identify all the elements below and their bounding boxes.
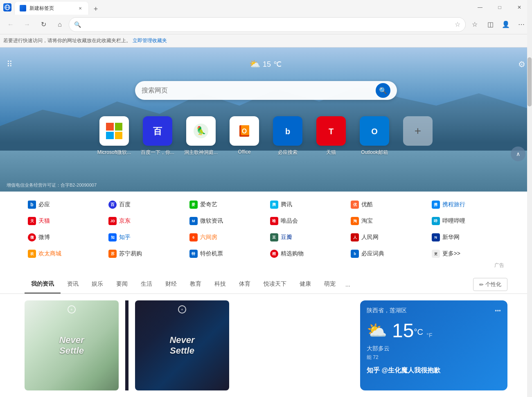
link-tencent[interactable]: 腾 腾讯 [267,198,346,211]
zhihu-text: 知乎 [119,234,131,241]
search-button[interactable]: 🔍 [376,83,390,98]
link-tmall[interactable]: 天 天猫 [25,214,104,228]
tmall-text: 天猫 [38,217,50,225]
qa-dongtian[interactable]: 🦜 洞主歌神洞庭... [183,116,219,156]
qa-microsoft[interactable]: Microsoft微软... [96,116,133,156]
search-box[interactable]: 🔍 [135,81,397,100]
window-controls: — □ ✕ [471,0,529,15]
tab-tech[interactable]: 科技 [208,275,232,293]
baidu-favicon: 百 [108,201,117,209]
zhihu-favicon: 知 [108,233,117,241]
tab-my-news[interactable]: 我的资讯 [25,275,61,293]
favorites-icon: ☆ [455,20,460,28]
link-weibo[interactable]: 微 微博 [25,231,104,244]
tab-reading[interactable]: 悦读天下 [257,275,293,293]
favorites-button[interactable]: ☆ [467,17,482,32]
youku-favicon: 优 [351,201,359,209]
weather-location: 陕西省，莲湖区 ••• [367,307,501,314]
collections-button[interactable]: ◫ [483,17,498,32]
tencent-favicon: 腾 [270,201,278,209]
news-more-button[interactable]: ... [342,276,354,293]
personalize-button[interactable]: ✏ 个性化 [473,278,507,291]
news-content: + NeverSettle + NeverSettle 陕西省，莲湖区 [0,294,532,397]
menu-button[interactable]: ⋯ [514,17,529,32]
bilibili-text: 哔哩哔哩 [442,217,465,225]
tab-close-button[interactable]: ✕ [77,5,83,11]
xinhua-favicon: N [432,233,440,241]
more-favicon: 更 [432,250,440,258]
douban-text: 豆瓣 [281,234,292,241]
qa-tmall[interactable]: T 天猫 [313,116,349,156]
profile-button[interactable]: 👤 [498,17,513,32]
qa-baidu[interactable]: 百 百度一下，你... [139,116,176,156]
close-button[interactable]: ✕ [510,0,529,15]
maximize-button[interactable]: □ [490,0,509,15]
svg-text:百: 百 [153,126,162,136]
liujianfang-favicon: 6 [189,233,198,241]
link-bing[interactable]: b 必应 [25,198,104,211]
new-tab-button[interactable]: + [90,3,101,15]
link-iqiyi[interactable]: 爱 爱奇艺 [186,198,265,211]
jd-text: 京东 [119,217,131,225]
news-card-left[interactable]: + NeverSettle [25,300,119,390]
qa-add-icon: + [403,116,433,146]
tab-life[interactable]: 生活 [134,275,159,293]
link-huantai[interactable]: 欢 欢太商城 [25,247,104,260]
link-jingxuan[interactable]: 精 精选购物 [267,247,346,260]
more-text: 更多>> [442,250,460,257]
link-youku[interactable]: 优 优酷 [347,198,426,211]
tab-entertainment[interactable]: 娱乐 [85,275,110,293]
link-baidu[interactable]: 百 百度 [105,198,184,211]
link-vip[interactable]: 唯 唯品会 [267,214,346,228]
link-msinfo[interactable]: M 微软资讯 [186,214,265,228]
qa-bing[interactable]: b 必应搜索 [269,116,306,156]
link-taobao[interactable]: 淘 淘宝 [347,214,426,228]
suning-text: 苏宁易购 [119,250,142,257]
news-card-right[interactable]: + NeverSettle [135,300,229,390]
links-grid: b 必应 百 百度 爱 爱奇艺 腾 腾讯 优 优酷 [25,198,507,260]
address-bar[interactable]: 🔍 ☆ [69,17,466,32]
tab-pets[interactable]: 萌宠 [318,275,342,293]
scrollbar-thumb[interactable] [527,57,532,106]
tejia-favicon: 特 [189,250,198,258]
tab-news[interactable]: 资讯 [61,275,85,293]
active-tab[interactable]: 新建标签页 ✕ [15,2,88,15]
tab-sports[interactable]: 体育 [232,275,257,293]
tab-health[interactable]: 健康 [293,275,318,293]
manage-favorites-link[interactable]: 立即管理收藏夹 [133,37,167,44]
link-liujianfang[interactable]: 6 六间房 [186,231,265,244]
search-input[interactable] [142,87,372,94]
qa-office[interactable]: O Office [226,116,263,155]
tab-education[interactable]: 教育 [183,275,208,293]
weather-more-icon[interactable]: ••• [495,307,501,314]
link-douban[interactable]: 豆 豆瓣 [267,231,346,244]
home-button[interactable]: ⌂ [52,17,67,32]
address-input[interactable] [84,21,451,28]
link-ctrip[interactable]: 携 携程旅行 [428,198,507,211]
link-bilibili[interactable]: 哔 哔哩哔哩 [428,214,507,228]
link-more[interactable]: 更 更多>> [428,247,507,260]
link-tejia[interactable]: 特 特价机票 [186,247,265,260]
back-button[interactable]: ← [3,17,18,32]
nav-right-buttons: ☆ ◫ 👤 ⋯ [467,17,529,32]
temp-value: 15 [392,320,414,341]
ms-grid-icon [106,123,122,139]
apps-grid-button[interactable]: ⠿ [7,59,13,69]
qa-outlook[interactable]: O Outlook邮箱 [356,116,393,156]
link-renmin[interactable]: 人 人民网 [347,231,426,244]
minimize-button[interactable]: — [471,0,489,15]
tab-finance[interactable]: 财经 [159,275,183,293]
settings-button[interactable]: ⚙ [518,59,525,69]
tab-area: 新建标签页 ✕ + [11,0,471,15]
link-bingdict[interactable]: b 必应词典 [347,247,426,260]
tab-favicon [20,5,26,11]
link-suning[interactable]: 苏 苏宁易购 [105,247,184,260]
forward-button[interactable]: → [20,17,34,32]
vip-favicon: 唯 [270,217,278,225]
link-xinhua[interactable]: N 新华网 [428,231,507,244]
qa-add[interactable]: + [399,116,436,149]
link-zhihu[interactable]: 知 知乎 [105,231,184,244]
tab-headlines[interactable]: 要闻 [110,275,134,293]
refresh-button[interactable]: ↻ [36,17,51,32]
link-jd[interactable]: JD 京东 [105,214,184,228]
